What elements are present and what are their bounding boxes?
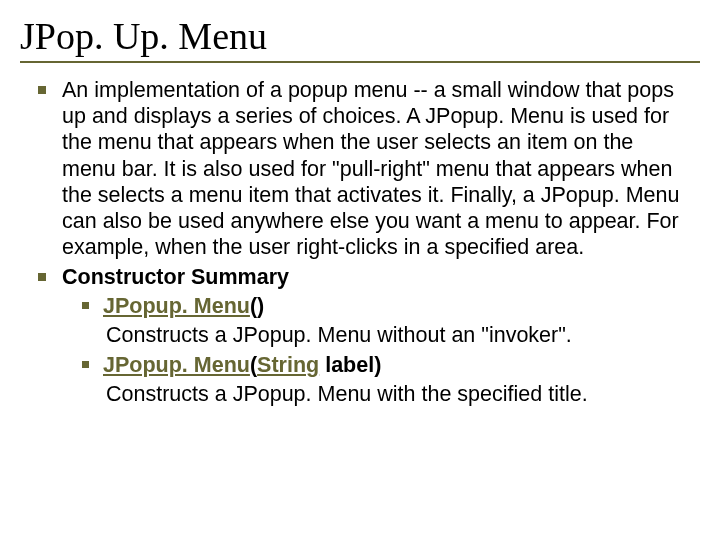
slide-body: An implementation of a popup menu -- a s… [20,77,700,408]
bullet-icon [82,302,89,309]
slide-title: JPop. Up. Menu [20,15,267,57]
constructor-description: Constructs a JPopup. Menu without an "in… [106,322,690,348]
sub-bullet-item: JPopup. Menu(String label) [82,352,690,378]
bullet-icon [38,86,46,94]
sig-after: label) [319,353,381,377]
bullet-item: An implementation of a popup menu -- a s… [38,77,690,261]
type-link: JPopup. Menu [103,294,250,318]
constructor-signature: JPopup. Menu(String label) [103,352,690,378]
param-type-link: String [257,353,319,377]
slide: JPop. Up. Menu An implementation of a po… [0,0,720,540]
sig-rest: () [250,294,264,318]
bullet-text: An implementation of a popup menu -- a s… [62,77,690,261]
type-link: JPopup. Menu [103,353,250,377]
title-underline: JPop. Up. Menu [20,14,700,63]
sub-bullet-item: JPopup. Menu() [82,293,690,319]
constructor-signature: JPopup. Menu() [103,293,690,319]
constructor-description: Constructs a JPopup. Menu with the speci… [106,381,690,407]
bullet-item: Constructor Summary [38,264,690,290]
bullet-icon [82,361,89,368]
bullet-icon [38,273,46,281]
bullet-text: Constructor Summary [62,264,690,290]
